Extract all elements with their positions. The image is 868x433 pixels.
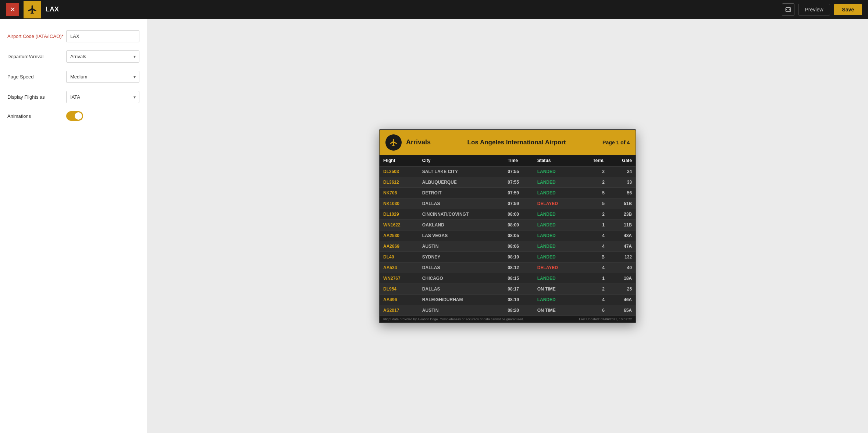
- table-row: DL3612 ALBUQUERQUE 07:55 LANDED 2 33: [380, 177, 636, 187]
- cell-gate: 48A: [608, 230, 636, 241]
- cell-gate: 33: [608, 177, 636, 187]
- board-header: Arrivals Los Angeles International Airpo…: [380, 130, 636, 155]
- cell-flight: AA496: [380, 294, 419, 305]
- cell-terminal: 1: [578, 273, 608, 284]
- save-button[interactable]: Save: [834, 4, 862, 15]
- cell-flight: DL2503: [380, 166, 419, 177]
- board-logo: [385, 134, 402, 151]
- cell-gate: 25: [608, 284, 636, 294]
- cell-time: 08:10: [504, 251, 533, 262]
- cell-time: 07:59: [504, 187, 533, 198]
- table-row: DL954 DALLAS 08:17 ON TIME 2 25: [380, 284, 636, 294]
- col-status: Status: [534, 155, 578, 166]
- preview-button[interactable]: Preview: [798, 4, 830, 15]
- animations-toggle[interactable]: [66, 111, 83, 121]
- cell-flight: AA524: [380, 262, 419, 273]
- animations-row: Animations: [7, 111, 139, 121]
- cell-terminal: 6: [578, 305, 608, 316]
- airport-code-label: Airport Code (IATA/ICAO)*: [7, 34, 66, 39]
- cell-time: 08:15: [504, 273, 533, 284]
- cell-gate: 51B: [608, 198, 636, 209]
- airport-code-input[interactable]: [66, 30, 139, 42]
- col-gate: Gate: [608, 155, 636, 166]
- col-city: City: [419, 155, 504, 166]
- display-flights-label: Display Flights as: [7, 94, 66, 100]
- cell-city: CHICAGO: [419, 273, 504, 284]
- cell-flight: NK706: [380, 187, 419, 198]
- embed-button[interactable]: [782, 3, 794, 16]
- cell-time: 08:12: [504, 262, 533, 273]
- col-terminal: Term.: [578, 155, 608, 166]
- cell-city: CINCINNATI/COVINGT: [419, 209, 504, 219]
- cell-terminal: 2: [578, 177, 608, 187]
- board-footer-left: Flight data provided by Aviation Edge. C…: [383, 317, 524, 321]
- cell-time: 07:55: [504, 166, 533, 177]
- cell-city: OAKLAND: [419, 219, 504, 230]
- cell-city: SALT LAKE CITY: [419, 166, 504, 177]
- cell-gate: 56: [608, 187, 636, 198]
- cell-flight: DL3612: [380, 177, 419, 187]
- table-row: NK1030 DALLAS 07:59 DELAYED 5 51B: [380, 198, 636, 209]
- board-footer-right: Last Updated: 07/06/2021, 10:09:22: [579, 317, 632, 321]
- cell-city: AUSTIN: [419, 305, 504, 316]
- cell-flight: AA2530: [380, 230, 419, 241]
- cell-status: LANDED: [534, 177, 578, 187]
- close-button[interactable]: ✕: [6, 3, 19, 16]
- cell-time: 08:00: [504, 219, 533, 230]
- cell-city: DALLAS: [419, 198, 504, 209]
- departure-arrival-select[interactable]: Arrivals Departures: [66, 50, 139, 63]
- cell-city: RALEIGH/DURHAM: [419, 294, 504, 305]
- cell-city: DALLAS: [419, 262, 504, 273]
- cell-flight: WN2767: [380, 273, 419, 284]
- cell-time: 08:20: [504, 305, 533, 316]
- cell-status: LANDED: [534, 219, 578, 230]
- board-arrivals-label: Arrivals: [406, 138, 431, 146]
- departure-arrival-label: Departure/Arrival: [7, 54, 66, 59]
- display-flights-row: Display Flights as IATA ICAO ▾: [7, 91, 139, 103]
- departure-arrival-row: Departure/Arrival Arrivals Departures ▾: [7, 50, 139, 63]
- page-speed-label: Page Speed: [7, 74, 66, 80]
- table-row: AS2017 AUSTIN 08:20 ON TIME 6 65A: [380, 305, 636, 316]
- cell-terminal: 4: [578, 230, 608, 241]
- cell-city: LAS VEGAS: [419, 230, 504, 241]
- cell-gate: 40: [608, 262, 636, 273]
- board-airport-name: Los Angeles International Airport: [435, 139, 598, 146]
- cell-status: LANDED: [534, 209, 578, 219]
- col-time: Time: [504, 155, 533, 166]
- cell-terminal: 4: [578, 241, 608, 251]
- cell-status: LANDED: [534, 230, 578, 241]
- animations-label: Animations: [7, 113, 66, 119]
- toolbar-actions: Preview Save: [782, 3, 862, 16]
- table-row: AA2869 AUSTIN 08:06 LANDED 4 47A: [380, 241, 636, 251]
- cell-city: DALLAS: [419, 284, 504, 294]
- cell-time: 08:05: [504, 230, 533, 241]
- cell-flight: DL954: [380, 284, 419, 294]
- cell-flight: NK1030: [380, 198, 419, 209]
- cell-status: LANDED: [534, 187, 578, 198]
- cell-city: SYDNEY: [419, 251, 504, 262]
- toggle-knob: [75, 112, 82, 120]
- table-row: AA496 RALEIGH/DURHAM 08:19 LANDED 4 46A: [380, 294, 636, 305]
- cell-terminal: B: [578, 251, 608, 262]
- table-row: WN2767 CHICAGO 08:15 LANDED 1 18A: [380, 273, 636, 284]
- cell-flight: DL1029: [380, 209, 419, 219]
- cell-terminal: 2: [578, 209, 608, 219]
- cell-gate: 47A: [608, 241, 636, 251]
- cell-status: LANDED: [534, 273, 578, 284]
- cell-city: ALBUQUERQUE: [419, 177, 504, 187]
- cell-city: DETROIT: [419, 187, 504, 198]
- table-row: DL1029 CINCINNATI/COVINGT 08:00 LANDED 2…: [380, 209, 636, 219]
- page-speed-select[interactable]: Slow Medium Fast: [66, 71, 139, 83]
- airport-code-row: Airport Code (IATA/ICAO)*: [7, 30, 139, 42]
- cell-gate: 18A: [608, 273, 636, 284]
- cell-terminal: 5: [578, 187, 608, 198]
- cell-time: 07:55: [504, 177, 533, 187]
- display-flights-select[interactable]: IATA ICAO: [66, 91, 139, 103]
- app-icon: [24, 1, 41, 18]
- cell-gate: 46A: [608, 294, 636, 305]
- settings-panel: Airport Code (IATA/ICAO)* Departure/Arri…: [0, 19, 147, 433]
- cell-status: LANDED: [534, 251, 578, 262]
- cell-gate: 65A: [608, 305, 636, 316]
- table-row: AA524 DALLAS 08:12 DELAYED 4 40: [380, 262, 636, 273]
- cell-gate: 11B: [608, 219, 636, 230]
